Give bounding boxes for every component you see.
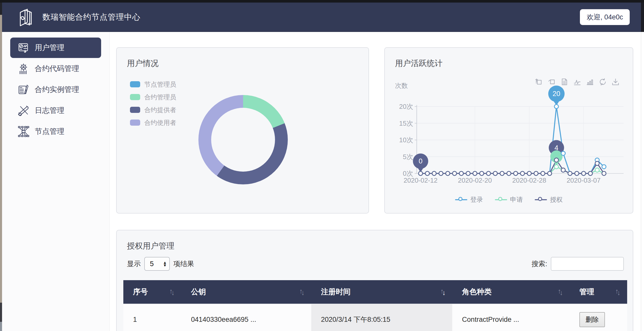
gear-team-icon bbox=[17, 63, 30, 75]
network-nodes-icon bbox=[17, 125, 30, 138]
cell-regtime: 2020/3/14 下午8:05:15 bbox=[311, 304, 452, 331]
app-header: 数瑞智能合约节点管理中心 欢迎, 04e0c bbox=[2, 3, 641, 32]
page-size-control: 显示 5 ▲▼ 项结果 bbox=[127, 257, 194, 271]
svg-text:5次: 5次 bbox=[403, 153, 413, 161]
delete-button[interactable]: 删除 bbox=[579, 312, 605, 327]
search-control: 搜索: bbox=[531, 257, 624, 271]
sidebar-item-label: 合约实例管理 bbox=[35, 85, 79, 95]
legend-swatch bbox=[130, 81, 140, 87]
line-legend-marker bbox=[535, 197, 547, 203]
search-input[interactable] bbox=[551, 257, 624, 271]
svg-text:0次: 0次 bbox=[403, 170, 413, 177]
window-top-strip bbox=[0, 0, 644, 3]
sidebar-item-user-management[interactable]: 用户管理 bbox=[10, 38, 101, 58]
authorized-users-card: 授权用户管理 显示 5 ▲▼ 项结果 搜索: 序号 ↑↓ bbox=[116, 230, 633, 331]
svg-text:2020-02-12: 2020-02-12 bbox=[404, 176, 438, 184]
table-header-row: 序号 ↑↓ 公钥 ↑↓ 注册时间 ↑↓ 角色种类 ↑↓ 管理 ↑↓ bbox=[123, 280, 627, 304]
sort-icon: ↑↓ bbox=[169, 288, 175, 296]
table-row: 1 04140330eea6695 ... 2020/3/14 下午8:05:1… bbox=[123, 304, 627, 331]
cell-manage: 删除 bbox=[570, 304, 627, 331]
activity-line-chart: 0次5次10次15次20次2020-02-122020-02-202020-02… bbox=[390, 78, 629, 201]
page-size-value: 5 bbox=[150, 260, 163, 268]
svg-text:2020-03-07: 2020-03-07 bbox=[567, 176, 601, 184]
legend-item[interactable]: 合约管理员 bbox=[130, 91, 176, 103]
sidebar-item-node-management[interactable]: 节点管理 bbox=[10, 121, 101, 142]
sidebar-item-label: 合约代码管理 bbox=[35, 64, 79, 74]
sidebar-item-contract-instance-management[interactable]: 合约实例管理 bbox=[10, 79, 101, 100]
svg-text:20次: 20次 bbox=[399, 103, 413, 110]
legend-label: 登录 bbox=[470, 195, 483, 204]
sidebar-item-label: 用户管理 bbox=[35, 43, 64, 53]
legend-label: 合约提供者 bbox=[144, 106, 176, 114]
select-spinner-icon: ▲▼ bbox=[163, 261, 167, 267]
legend-label: 合约使用者 bbox=[144, 119, 176, 127]
svg-text:15次: 15次 bbox=[399, 120, 413, 127]
app-title: 数瑞智能合约节点管理中心 bbox=[42, 12, 140, 22]
legend-label: 节点管理员 bbox=[144, 80, 176, 89]
search-label: 搜索: bbox=[531, 259, 547, 268]
sidebar-nav: 用户管理 合约代码管理 合约实例管理 bbox=[2, 32, 110, 331]
legend-item[interactable]: 合约提供者 bbox=[130, 103, 176, 116]
legend-swatch bbox=[130, 94, 140, 100]
show-label: 显示 bbox=[127, 259, 141, 268]
legend-item-login[interactable]: 登录 bbox=[455, 195, 483, 204]
legend-item[interactable]: 合约使用者 bbox=[130, 116, 176, 129]
legend-label: 合约管理员 bbox=[144, 93, 176, 101]
legend-item-apply[interactable]: 申请 bbox=[495, 195, 523, 204]
svg-text:10次: 10次 bbox=[399, 136, 413, 144]
results-label: 项结果 bbox=[173, 259, 194, 268]
svg-text:2020-02-20: 2020-02-20 bbox=[458, 176, 492, 184]
legend-swatch bbox=[130, 120, 140, 126]
brand-logo-icon bbox=[16, 8, 35, 27]
cell-role: ContractProvide ... bbox=[452, 304, 570, 331]
sidebar-item-label: 日志管理 bbox=[35, 105, 64, 116]
scrollbar-track-top bbox=[641, 3, 644, 32]
user-dashboard-icon bbox=[17, 42, 30, 54]
sort-icon: ↑↓ bbox=[299, 288, 305, 296]
table-controls: 显示 5 ▲▼ 项结果 搜索: bbox=[127, 257, 624, 271]
svg-text:0: 0 bbox=[419, 157, 422, 165]
svg-text:2020-02-28: 2020-02-28 bbox=[512, 176, 546, 184]
sidebar-item-contract-code-management[interactable]: 合约代码管理 bbox=[10, 58, 101, 79]
welcome-user-button[interactable]: 欢迎, 04e0c bbox=[580, 9, 630, 25]
app-window: 数瑞智能合约节点管理中心 欢迎, 04e0c 用户管理 合约代码管理 bbox=[0, 0, 644, 331]
sidebar-item-label: 节点管理 bbox=[35, 126, 64, 137]
card-title: 授权用户管理 bbox=[127, 241, 174, 251]
legend-label: 申请 bbox=[510, 195, 523, 204]
legend-item-authorize[interactable]: 授权 bbox=[535, 195, 563, 204]
user-activity-card: 用户活跃统计 次数 0次5次10次15次2 bbox=[384, 47, 633, 214]
column-header-role[interactable]: 角色种类 ↑↓ bbox=[452, 287, 570, 297]
sort-icon: ↑↓ bbox=[558, 288, 563, 296]
sort-icon: ↑↓ bbox=[615, 288, 621, 296]
svg-text:20: 20 bbox=[553, 90, 560, 98]
sort-icon: ↑↓ bbox=[440, 288, 446, 296]
tools-icon bbox=[17, 104, 30, 117]
column-header-pubkey[interactable]: 公钥 ↑↓ bbox=[181, 287, 311, 297]
legend-label: 授权 bbox=[550, 195, 563, 204]
sidebar-item-log-management[interactable]: 日志管理 bbox=[10, 100, 101, 121]
column-header-regtime[interactable]: 注册时间 ↑↓ bbox=[311, 287, 452, 297]
user-roles-donut-chart bbox=[198, 95, 288, 184]
page-size-select[interactable]: 5 ▲▼ bbox=[144, 257, 170, 271]
line-legend-marker bbox=[495, 197, 507, 203]
card-title: 用户情况 bbox=[127, 58, 159, 69]
authorized-users-table: 序号 ↑↓ 公钥 ↑↓ 注册时间 ↑↓ 角色种类 ↑↓ 管理 ↑↓ bbox=[123, 280, 627, 331]
column-header-seq[interactable]: 序号 ↑↓ bbox=[123, 287, 181, 297]
scrollbar-track[interactable] bbox=[641, 32, 644, 331]
desktop-edge-sliver bbox=[0, 3, 2, 331]
line-legend-marker bbox=[455, 197, 467, 203]
user-overview-card: 用户情况 节点管理员 合约管理员 合约提供者 合约使用者 bbox=[116, 47, 369, 214]
legend-swatch bbox=[130, 107, 140, 113]
card-title: 用户活跃统计 bbox=[395, 58, 443, 69]
legend-item[interactable]: 节点管理员 bbox=[130, 78, 176, 91]
pie-legend: 节点管理员 合约管理员 合约提供者 合约使用者 bbox=[130, 78, 176, 129]
column-header-manage[interactable]: 管理 ↑↓ bbox=[570, 287, 627, 297]
document-pencil-icon bbox=[17, 84, 30, 96]
line-chart-legend: 登录 申请 授权 bbox=[385, 195, 633, 204]
cell-seq: 1 bbox=[123, 304, 181, 331]
cell-pubkey: 04140330eea6695 ... bbox=[181, 304, 311, 331]
